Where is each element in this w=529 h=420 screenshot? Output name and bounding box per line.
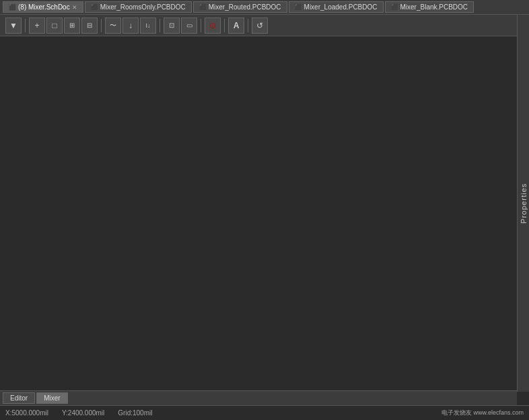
properties-panel[interactable]: Properties bbox=[517, 15, 529, 392]
toolbar-separator-3 bbox=[160, 19, 160, 32]
toolbar: ▼ + □ ⊞ ⊟ 〜 ↓ I↓ ⊡ ▭ ⊙ A ↺ bbox=[0, 15, 529, 36]
layer-button[interactable]: ⊟ bbox=[81, 18, 98, 34]
properties-label: Properties bbox=[520, 183, 528, 223]
toolbar-separator-4 bbox=[201, 19, 201, 32]
toolbar-separator-1 bbox=[25, 19, 26, 32]
add-button[interactable]: + bbox=[29, 18, 45, 34]
undo-button[interactable]: ↺ bbox=[252, 18, 268, 34]
rect2-button[interactable]: ▭ bbox=[181, 18, 197, 34]
toolbar-separator-2 bbox=[101, 19, 102, 32]
rect-button[interactable]: □ bbox=[46, 18, 63, 34]
status-logo: 电子发烧友 www.elecfans.com bbox=[442, 409, 524, 417]
grid-button[interactable]: ⊞ bbox=[64, 18, 80, 34]
tab-mixer[interactable]: Mixer bbox=[36, 392, 67, 404]
tab-editor[interactable]: Editor bbox=[3, 392, 35, 404]
status-bar: X:5000.000mil Y:2400.000mil Grid:100mil … bbox=[0, 405, 529, 420]
tab-mixer-schdoc[interactable]: ⬛ (8) Mixer.SchDoc ✕ bbox=[3, 1, 83, 13]
status-y: Y:2400.000mil bbox=[62, 409, 104, 417]
down-button[interactable]: ↓ bbox=[122, 18, 139, 34]
tab-rooms-pcbdoc[interactable]: ⬛ Mixer_RoomsOnly.PCBDOC bbox=[85, 1, 192, 13]
toolbar-separator-5 bbox=[224, 19, 225, 32]
text-button[interactable]: A bbox=[228, 18, 244, 34]
toolbar-separator-6 bbox=[248, 19, 248, 32]
status-x: X:5000.000mil bbox=[5, 409, 48, 417]
tab-routed-pcbdoc[interactable]: ⬛ Mixer_Routed.PCBDOC bbox=[193, 1, 287, 13]
titlebar: ⬛ (8) Mixer.SchDoc ✕ ⬛ Mixer_RoomsOnly.P… bbox=[0, 0, 529, 15]
status-grid: Grid:100mil bbox=[118, 409, 152, 417]
tab-blank-pcbdoc[interactable]: ⬛ Mixer_Blank.PCBDOC bbox=[385, 1, 474, 13]
component-button[interactable]: ⊡ bbox=[164, 18, 180, 34]
power-button[interactable]: ⊙ bbox=[205, 18, 221, 34]
idown-button[interactable]: I↓ bbox=[140, 18, 156, 34]
wave-button[interactable]: 〜 bbox=[105, 18, 121, 34]
filter-button[interactable]: ▼ bbox=[5, 18, 22, 34]
bottom-tab-bar: Editor Mixer bbox=[0, 390, 517, 405]
tab-loaded-pcbdoc[interactable]: ⬛ Mixer_Loaded.PCBDOC bbox=[289, 1, 384, 13]
